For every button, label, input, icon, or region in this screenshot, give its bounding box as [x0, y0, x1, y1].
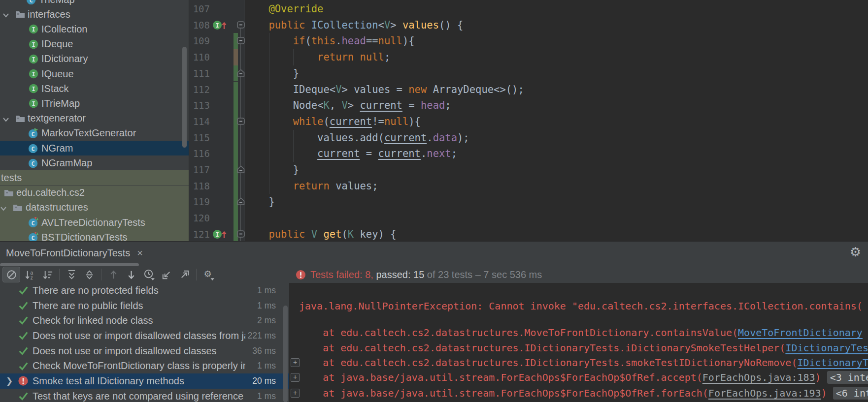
code-token [244, 3, 268, 15]
folded-frames-badge[interactable]: <3 internal calls> [827, 371, 868, 384]
folded-frames-badge[interactable]: <6 internal calls> [833, 387, 868, 400]
sort-alpha-icon[interactable]: az [21, 267, 38, 282]
chevron-down-icon[interactable] [0, 204, 7, 212]
code-token: while [293, 116, 324, 127]
code-line-118[interactable]: return values; [244, 178, 378, 194]
test-row-check-for-linked-node-class[interactable]: Check for linked node class2 ms [0, 313, 289, 328]
tree-item-datastructures[interactable]: datastructures [0, 200, 189, 215]
chevron-down-icon[interactable] [2, 11, 10, 19]
svg-text:z: z [30, 275, 33, 280]
console-fold-expand-icon[interactable]: + [291, 358, 300, 367]
code-line-113[interactable]: Node<K, V> current = head; [244, 97, 451, 114]
tab-movetofrontdictionarytests[interactable]: MoveToFrontDictionaryTests × [6, 242, 143, 264]
console-fold-expand-icon[interactable]: + [291, 389, 300, 398]
test-passed-icon [18, 361, 29, 371]
test-row-smoke-test-all-idictionary-methods[interactable]: ❯Smoke test all IDictionary methods20 ms [0, 373, 289, 389]
tree-item-itriemap[interactable]: IITrieMap [0, 96, 189, 111]
code-line-109[interactable]: if(this.head==null){ [244, 33, 415, 49]
tree-item-bstdictionarytests[interactable]: CBSTDictionaryTests [0, 230, 189, 241]
overrides-interface-icon[interactable]: I [212, 20, 227, 31]
chevron-down-icon[interactable] [2, 115, 10, 123]
code-token: if [293, 35, 305, 47]
test-row-does-not-use-or-import-disallowed-classe[interactable]: Does not use or import disallowed classe… [0, 328, 289, 343]
project-tree-scrollbar[interactable] [182, 47, 187, 148]
ban-icon[interactable] [2, 267, 20, 282]
tree-item-icollection[interactable]: IICollection [0, 22, 189, 36]
stack-trace-link[interactable]: IDictionaryTes [785, 342, 868, 354]
expand-all-icon[interactable] [63, 267, 80, 282]
expand-chevron-icon[interactable]: ❯ [6, 376, 14, 385]
test-row-test-that-keys-are-not-compared-using-re[interactable]: Test that keys are not compared using re… [0, 389, 289, 402]
code-line-116[interactable]: current = current.next; [244, 146, 457, 162]
prev-failed-icon[interactable] [105, 267, 122, 282]
tree-item-ideque[interactable]: IIDeque [0, 37, 189, 52]
test-list-scrollbar[interactable] [283, 306, 288, 402]
code-line-119[interactable]: } [244, 194, 275, 210]
collapse-all-icon[interactable] [81, 267, 98, 282]
stack-trace-link[interactable]: ForEachOps.java:193 [708, 387, 821, 399]
interface-icon: I [28, 54, 39, 64]
history-icon[interactable] [140, 267, 157, 282]
test-name: Check for linked node class [33, 315, 153, 326]
tree-item-label: edu.caltech.cs2 [16, 187, 85, 198]
code-line-108[interactable]: public ICollection<V> values() { [244, 17, 463, 33]
export-results-icon[interactable] [176, 267, 193, 282]
code-token [244, 228, 268, 240]
code-token [244, 148, 317, 159]
code-line-114[interactable]: while(current!=null){ [244, 114, 421, 130]
test-name: Test that keys are not compared using re… [33, 391, 245, 402]
vcs-change-bar [234, 146, 238, 162]
gear-icon[interactable]: ⚙ [850, 245, 861, 260]
code-line-112[interactable]: IDeque<V> values = new ArrayDeque<>(); [244, 82, 524, 98]
code-line-117[interactable]: } [244, 162, 299, 178]
overrides-marker-icon[interactable]: I [212, 20, 227, 31]
code-line-115[interactable]: values.add(current.data); [244, 130, 469, 146]
console-fold-expand-icon[interactable]: + [291, 373, 300, 382]
test-row-check-movetofrontdictionary-class-is-pro[interactable]: Check MoveToFrontDictionary class is pro… [0, 359, 289, 374]
next-failed-icon[interactable] [123, 267, 139, 282]
svg-text:I: I [32, 100, 35, 107]
code-line-121[interactable]: public V get(K key) { [244, 226, 397, 241]
code-line-111[interactable]: } [244, 65, 299, 82]
line-number: 108 [189, 17, 210, 33]
test-passed-icon [18, 345, 29, 356]
test-row-there-are-no-public-fields[interactable]: There are no public fields1 ms [0, 298, 289, 313]
stack-trace-link[interactable]: MoveToFrontDictionary [738, 327, 863, 339]
code-line-110[interactable]: return null; [244, 49, 390, 65]
code-token: head [342, 35, 366, 47]
settings-icon[interactable]: ⚙ [200, 267, 217, 282]
close-icon[interactable]: × [137, 247, 143, 259]
tree-item-avltreedictionarytests[interactable]: CAVLTreeDictionaryTests [0, 215, 189, 230]
tree-item-istack[interactable]: IIStack [0, 81, 189, 96]
tree-item-tests[interactable]: tests [0, 170, 189, 185]
test-row-there-are-no-protected-fields[interactable]: There are no protected fields1 ms [0, 283, 289, 298]
tree-item-textgenerator[interactable]: textgenerator [0, 111, 189, 126]
code-line-107[interactable]: @Override [244, 1, 323, 17]
stack-trace-link[interactable]: ForEachOps.java:183 [702, 371, 815, 383]
line-number: 113 [189, 97, 210, 114]
stack-trace-link[interactable]: IDictionaryT [797, 357, 868, 369]
chevron-down-icon[interactable] [0, 205, 7, 213]
code-editor[interactable]: 107108I109110111112113114115116117118119… [189, 0, 868, 241]
tree-item-markovtextgenerator[interactable]: CMarkovTextGenerator [0, 126, 189, 141]
interface-icon: I [28, 68, 39, 79]
chevron-down-icon[interactable] [2, 10, 10, 18]
tree-item-idictionary[interactable]: IIDictionary [0, 52, 189, 66]
tree-item-iqueue[interactable]: IIQueue [0, 66, 189, 81]
test-row-does-not-use-or-import-disallowed-classe[interactable]: Does not use or import disallowed classe… [0, 343, 289, 359]
tree-item-ngrammap[interactable]: CNGramMap [0, 155, 189, 170]
chevron-down-icon[interactable] [2, 116, 10, 124]
console-line: at java.base/java.util.stream.ForEachOps… [299, 370, 868, 385]
sort-duration-icon[interactable] [39, 267, 56, 282]
overrides-interface-icon[interactable]: I [212, 229, 227, 240]
test-passed-icon [18, 300, 29, 311]
tree-item-edu-caltech-cs2[interactable]: edu.caltech.cs2 [0, 186, 189, 200]
folder-icon [15, 113, 26, 124]
overrides-marker-icon[interactable]: I [212, 229, 227, 240]
tree-item-triemap[interactable]: CTrieMap [0, 0, 189, 7]
console-error-text: at edu.caltech.cs2.datastructures.IDicti… [299, 342, 785, 354]
run-tool-window: MoveToFrontDictionaryTests × ⚙ az⚙ Tests… [0, 241, 868, 402]
tree-item-interfaces[interactable]: interfaces [0, 7, 189, 22]
import-results-icon[interactable] [158, 267, 175, 282]
tree-item-ngram[interactable]: CNGram [0, 141, 189, 155]
